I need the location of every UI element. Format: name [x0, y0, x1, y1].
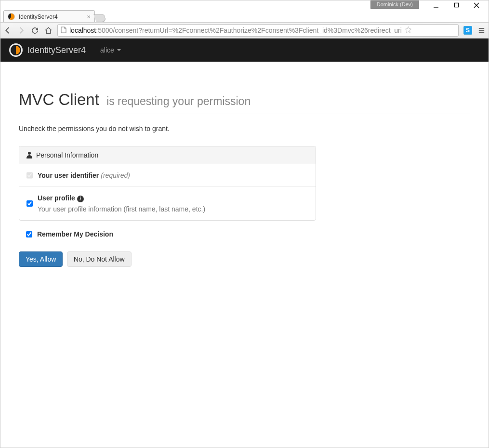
scope-checkbox-profile[interactable]	[26, 194, 33, 213]
app-navbar: IdentityServer4 alice	[0, 39, 489, 62]
page-icon	[61, 26, 66, 35]
page-content: MVC Client is requesting your permission…	[0, 62, 489, 286]
profile-badge: Dominick (Dev)	[370, 0, 419, 9]
remember-label: Remember My Decision	[37, 230, 113, 238]
scopes-panel: Personal Information Your user identifie…	[19, 146, 316, 221]
divider	[19, 114, 470, 114]
favicon-icon	[8, 13, 15, 20]
user-dropdown[interactable]: alice	[100, 46, 121, 54]
user-name: alice	[100, 46, 114, 54]
back-button[interactable]	[3, 26, 12, 35]
scope-row: Your user identifier (required)	[19, 164, 316, 186]
window-maximize-button[interactable]	[453, 2, 460, 9]
title-suffix: is requesting your permission	[106, 95, 251, 107]
url-host: localhost	[69, 26, 96, 34]
browser-menu-button[interactable]	[477, 26, 486, 35]
scope-label: User profile	[38, 194, 75, 202]
scope-checkbox-openid	[26, 171, 33, 179]
remember-row: Remember My Decision	[26, 230, 470, 238]
tab-close-button[interactable]: ×	[87, 13, 91, 20]
home-button[interactable]	[44, 26, 53, 35]
browser-tab-active[interactable]: IdentityServer4 ×	[3, 10, 95, 22]
scope-description: Your user profile information (first nam…	[38, 205, 205, 213]
browser-tabstrip: IdentityServer4 ×	[0, 10, 489, 22]
window-titlebar: Dominick (Dev)	[0, 0, 489, 10]
client-name: MVC Client	[19, 91, 99, 108]
forward-button[interactable]	[17, 26, 26, 35]
chevron-down-icon	[117, 49, 121, 51]
deny-button[interactable]: No, Do Not Allow	[67, 251, 132, 267]
url-bar[interactable]: localhost:5000/consent?returnUrl=%2Fconn…	[57, 24, 459, 37]
instructions-text: Uncheck the permissions you do not wish …	[19, 125, 470, 132]
tab-title: IdentityServer4	[19, 13, 58, 20]
brand[interactable]: IdentityServer4	[9, 43, 86, 57]
window-close-button[interactable]	[473, 2, 480, 9]
scope-label: Your user identifier	[38, 171, 99, 179]
user-icon	[26, 152, 32, 158]
button-row: Yes, Allow No, Do Not Allow	[19, 251, 470, 267]
new-tab-button[interactable]	[93, 14, 107, 22]
extension-s-icon[interactable]: S	[463, 26, 472, 35]
panel-heading-text: Personal Information	[36, 151, 98, 159]
url-path: :5000/consent?returnUrl=%2Fconnect%2Faut…	[96, 26, 402, 34]
scope-row: User profile i Your user profile informa…	[19, 186, 316, 220]
window-buttons	[433, 0, 489, 10]
panel-heading: Personal Information	[19, 146, 316, 164]
allow-button[interactable]: Yes, Allow	[19, 251, 63, 267]
logo-icon	[9, 43, 23, 57]
scope-required-note: (required)	[101, 171, 130, 179]
remember-checkbox[interactable]	[26, 231, 32, 237]
bookmark-star-icon[interactable]	[405, 26, 412, 35]
browser-toolbar: localhost:5000/consent?returnUrl=%2Fconn…	[0, 22, 489, 39]
window-minimize-button[interactable]	[433, 2, 439, 9]
reload-button[interactable]	[30, 26, 39, 35]
svg-rect-1	[454, 3, 458, 7]
panel-body: Your user identifier (required) User pro…	[19, 164, 316, 220]
info-icon[interactable]: i	[77, 196, 84, 202]
brand-text: IdentityServer4	[27, 45, 86, 55]
page-title: MVC Client is requesting your permission	[19, 91, 470, 109]
